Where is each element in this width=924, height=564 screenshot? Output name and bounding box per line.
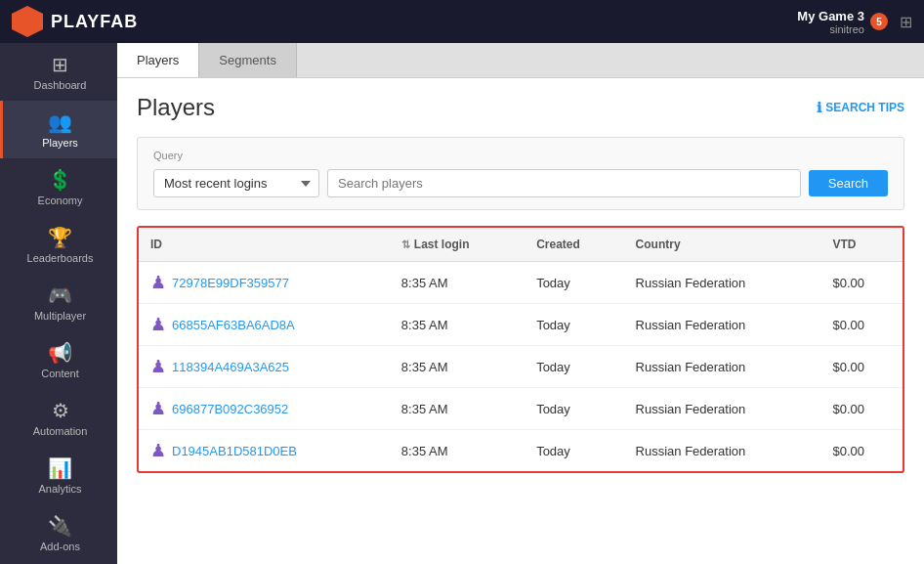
query-row: Most recent logins Player ID Username Em… — [153, 169, 888, 197]
players-icon: 👥 — [48, 110, 72, 134]
col-id: ID — [139, 228, 390, 262]
sidebar-item-dashboard[interactable]: ⊞ Dashboard — [0, 43, 117, 101]
addons-icon: 🔌 — [48, 514, 72, 538]
col-vtd: VTD — [820, 228, 903, 262]
player-last-login: 8:35 AM — [390, 388, 525, 430]
sidebar-label-content: Content — [41, 368, 79, 379]
query-section: Query Most recent logins Player ID Usern… — [137, 137, 904, 210]
player-created: Today — [525, 262, 623, 304]
sidebar-item-analytics[interactable]: 📊 Analytics — [0, 447, 117, 504]
content-icon: 📢 — [48, 341, 72, 365]
player-last-login: 8:35 AM — [390, 304, 525, 346]
players-tbody: ♟ 72978E99DF359577 8:35 AM Today Russian… — [139, 262, 903, 472]
sidebar-item-addons[interactable]: 🔌 Add-ons — [0, 504, 117, 562]
player-id-cell: ♟ D1945AB1D581D0EB — [139, 430, 390, 472]
col-country: Country — [624, 228, 821, 262]
sidebar-label-players: Players — [42, 137, 78, 149]
search-tips-link[interactable]: ℹ SEARCH TIPS — [817, 100, 904, 115]
search-tips-label: SEARCH TIPS — [825, 101, 904, 114]
player-icon: ♟ — [150, 398, 166, 419]
search-button[interactable]: Search — [809, 170, 888, 196]
game-name[interactable]: My Game 3 — [797, 9, 864, 23]
page-title: Players — [137, 94, 215, 121]
page-content: Players ℹ SEARCH TIPS Query Most recent … — [117, 78, 924, 564]
table-row: ♟ D1945AB1D581D0EB 8:35 AM Today Russian… — [139, 430, 903, 472]
logo-icon — [12, 6, 43, 37]
player-id-link[interactable]: 118394A469A3A625 — [172, 360, 289, 374]
search-input[interactable] — [327, 169, 801, 197]
player-id-link[interactable]: D1945AB1D581D0EB — [172, 444, 297, 458]
col-created: Created — [525, 228, 623, 262]
player-created: Today — [525, 388, 623, 430]
tab-segments[interactable]: Segments — [199, 43, 297, 77]
dashboard-icon: ⊞ — [52, 53, 68, 76]
player-id-link[interactable]: 696877B092C36952 — [172, 402, 288, 416]
sidebar-label-automation: Automation — [33, 425, 88, 437]
grid-icon[interactable]: ⊞ — [900, 13, 912, 31]
sidebar-item-automation[interactable]: ⚙ Automation — [0, 389, 117, 447]
player-icon: ♟ — [150, 356, 166, 377]
player-icon: ♟ — [150, 314, 166, 335]
player-id-cell: ♟ 696877B092C36952 — [139, 388, 390, 430]
table-header: ID ⇅ Last login Created — [139, 228, 903, 262]
username: sinitreo — [797, 23, 864, 35]
player-vtd: $0.00 — [820, 304, 903, 346]
player-country: Russian Federation — [624, 262, 821, 304]
player-id-cell: ♟ 118394A469A3A625 — [139, 346, 390, 388]
sidebar-label-addons: Add-ons — [40, 541, 80, 552]
player-country: Russian Federation — [624, 388, 821, 430]
logo-text: PLAYFAB — [51, 12, 138, 32]
query-select[interactable]: Most recent logins Player ID Username Em… — [153, 169, 319, 197]
player-created: Today — [525, 430, 623, 472]
sidebar-item-multiplayer[interactable]: 🎮 Multiplayer — [0, 274, 117, 331]
topbar-right: My Game 3 sinitreo 5 ⊞ — [797, 9, 912, 35]
player-id-link[interactable]: 66855AF63BA6AD8A — [172, 318, 295, 332]
player-country: Russian Federation — [624, 304, 821, 346]
table-row: ♟ 696877B092C36952 8:35 AM Today Russian… — [139, 388, 903, 430]
logo: PLAYFAB — [12, 6, 138, 37]
sidebar-label-leaderboards: Leaderboards — [27, 252, 94, 264]
sidebar-label-economy: Economy — [38, 195, 83, 206]
leaderboards-icon: 🏆 — [48, 226, 72, 249]
table-row: ♟ 66855AF63BA6AD8A 8:35 AM Today Russian… — [139, 304, 903, 346]
player-id-cell: ♟ 66855AF63BA6AD8A — [139, 304, 390, 346]
main-layout: ⊞ Dashboard 👥 Players 💲 Economy 🏆 Leader… — [0, 43, 924, 564]
player-country: Russian Federation — [624, 430, 821, 472]
player-vtd: $0.00 — [820, 430, 903, 472]
economy-icon: 💲 — [48, 168, 72, 192]
sidebar-item-players[interactable]: 👥 Players — [0, 101, 117, 158]
notification-badge[interactable]: 5 — [870, 13, 888, 30]
sidebar: ⊞ Dashboard 👥 Players 💲 Economy 🏆 Leader… — [0, 43, 117, 564]
player-id-link[interactable]: 72978E99DF359577 — [172, 276, 289, 290]
player-vtd: $0.00 — [820, 346, 903, 388]
sidebar-item-content[interactable]: 📢 Content — [0, 331, 117, 389]
players-table: ID ⇅ Last login Created — [139, 228, 903, 471]
page-header: Players ℹ SEARCH TIPS — [137, 94, 904, 121]
automation-icon: ⚙ — [52, 399, 69, 422]
player-country: Russian Federation — [624, 346, 821, 388]
multiplayer-icon: 🎮 — [48, 283, 72, 307]
player-vtd: $0.00 — [820, 262, 903, 304]
player-last-login: 8:35 AM — [390, 346, 525, 388]
player-last-login: 8:35 AM — [390, 262, 525, 304]
sidebar-label-analytics: Analytics — [38, 483, 81, 495]
player-icon: ♟ — [150, 440, 166, 461]
sidebar-label-multiplayer: Multiplayer — [34, 310, 86, 322]
query-label: Query — [153, 150, 888, 161]
sidebar-item-economy[interactable]: 💲 Economy — [0, 158, 117, 216]
player-last-login: 8:35 AM — [390, 430, 525, 472]
tab-bar: Players Segments — [117, 43, 924, 78]
sort-icon: ⇅ — [401, 239, 410, 251]
sidebar-item-leaderboards[interactable]: 🏆 Leaderboards — [0, 216, 117, 274]
sidebar-label-dashboard: Dashboard — [34, 79, 87, 91]
analytics-icon: 📊 — [48, 456, 72, 480]
tab-players[interactable]: Players — [117, 43, 199, 77]
topbar: PLAYFAB My Game 3 sinitreo 5 ⊞ — [0, 0, 924, 43]
player-created: Today — [525, 304, 623, 346]
col-last-login[interactable]: ⇅ Last login — [390, 228, 525, 262]
table-row: ♟ 118394A469A3A625 8:35 AM Today Russian… — [139, 346, 903, 388]
players-table-wrapper: ID ⇅ Last login Created — [137, 226, 904, 473]
player-created: Today — [525, 346, 623, 388]
info-icon: ℹ — [817, 100, 821, 115]
player-id-cell: ♟ 72978E99DF359577 — [139, 262, 390, 304]
